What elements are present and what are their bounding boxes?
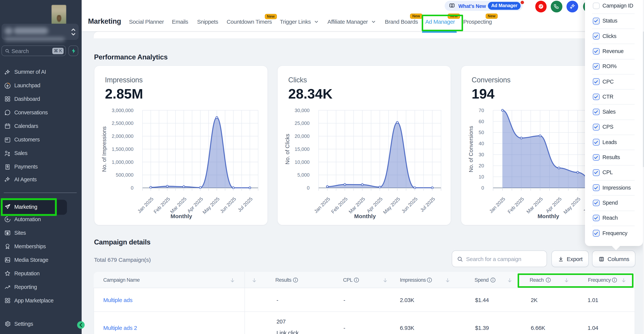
svg-text:May 2025: May 2025: [382, 196, 401, 215]
svg-text:No. of Conversions: No. of Conversions: [468, 126, 474, 172]
svg-text:No. of Impressions: No. of Impressions: [101, 126, 107, 172]
svg-text:Feb 2025: Feb 2025: [330, 196, 349, 214]
svg-text:Apr 2025: Apr 2025: [366, 196, 384, 214]
svg-text:1,000,000: 1,000,000: [112, 159, 134, 165]
svg-text:No. of Clicks: No. of Clicks: [284, 134, 290, 164]
svg-text:0: 0: [131, 185, 133, 191]
svg-text:70: 70: [478, 108, 484, 113]
svg-text:20,000: 20,000: [295, 133, 310, 139]
svg-text:Jan 2025: Jan 2025: [136, 196, 154, 214]
svg-text:20: 20: [478, 163, 484, 168]
svg-text:40: 40: [478, 141, 484, 146]
svg-text:Mar 2025: Mar 2025: [348, 196, 366, 214]
svg-text:2,000,000: 2,000,000: [112, 133, 134, 139]
svg-text:Apr 2025: Apr 2025: [544, 196, 562, 214]
svg-text:May 2025: May 2025: [562, 196, 581, 215]
svg-text:30: 30: [478, 152, 484, 158]
svg-text:15,000: 15,000: [295, 146, 310, 152]
svg-text:30,000: 30,000: [295, 108, 310, 113]
svg-text:Jan 2025: Jan 2025: [488, 196, 506, 214]
svg-text:25,000: 25,000: [295, 120, 310, 126]
svg-text:Feb 2025: Feb 2025: [152, 196, 171, 214]
svg-text:Mar 2025: Mar 2025: [169, 196, 188, 214]
svg-text:0: 0: [307, 185, 310, 191]
svg-text:500,000: 500,000: [116, 172, 134, 178]
svg-text:May 2025: May 2025: [202, 196, 220, 215]
svg-text:3,000,000: 3,000,000: [112, 108, 134, 113]
svg-text:2,500,000: 2,500,000: [112, 120, 134, 126]
svg-text:Jun 2025: Jun 2025: [219, 196, 237, 214]
svg-text:Jul 2025: Jul 2025: [419, 196, 436, 213]
svg-text:10,000: 10,000: [295, 159, 310, 165]
svg-text:60: 60: [478, 119, 484, 124]
svg-text:Jun 2025: Jun 2025: [400, 196, 419, 214]
svg-text:Jul 2025: Jul 2025: [236, 196, 254, 213]
svg-text:Mar 2025: Mar 2025: [525, 196, 544, 214]
svg-text:50: 50: [478, 130, 484, 135]
svg-text:5,000: 5,000: [298, 172, 310, 178]
svg-text:0: 0: [481, 185, 484, 191]
svg-text:Jan 2025: Jan 2025: [313, 196, 331, 214]
svg-text:10: 10: [478, 174, 484, 180]
svg-text:1,500,000: 1,500,000: [112, 146, 134, 152]
svg-text:Feb 2025: Feb 2025: [506, 196, 525, 214]
